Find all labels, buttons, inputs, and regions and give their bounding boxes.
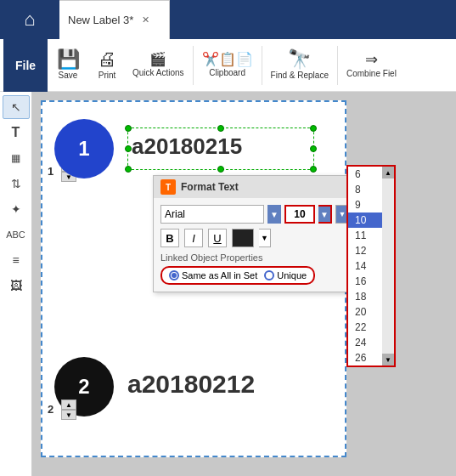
size-option-12[interactable]: 12 <box>348 243 382 258</box>
save-button[interactable]: 💾 Save <box>49 41 87 90</box>
select-tool[interactable]: ↖ <box>3 95 30 119</box>
file-button[interactable]: File <box>3 39 48 92</box>
text-tool[interactable]: T <box>3 121 30 144</box>
obj1-number-label: 1 <box>48 165 53 178</box>
handle-top-mid[interactable] <box>217 125 224 132</box>
radio-group: Same as All in Set Unique <box>160 266 315 285</box>
label-canvas[interactable]: 1 1 ▲ ▼ a20180215 <box>41 100 346 457</box>
barlines-icon: ≡ <box>12 253 19 267</box>
size-option-26[interactable]: 26 <box>348 350 382 366</box>
main-area: ↖ T ▦ ⇅ ✦ ABC ≡ 🖼 1 <box>0 92 456 476</box>
underline-button[interactable]: U <box>208 229 227 247</box>
font-select[interactable]: Arial <box>160 205 264 224</box>
save-icon: 💾 <box>57 50 80 69</box>
size-option-18[interactable]: 18 <box>348 289 382 304</box>
size-option-6[interactable]: 6 <box>348 167 382 182</box>
tab-label: New Label 3* <box>68 14 133 26</box>
object1-circle[interactable]: 1 <box>54 119 114 178</box>
clipboard-icon: ✂️📋📄 <box>202 53 253 66</box>
barcode-tool[interactable]: ▦ <box>3 146 30 170</box>
scroll-up-arrow[interactable]: ▲ <box>382 167 394 178</box>
object2-label: 2 <box>78 375 89 399</box>
color-dropdown[interactable]: ▼ <box>259 229 271 247</box>
select-icon: ↖ <box>11 100 21 114</box>
radio-unique[interactable]: Unique <box>264 270 307 280</box>
abc-tool[interactable]: ABC <box>3 223 30 246</box>
format-panel-title: Format Text <box>181 181 239 193</box>
tools-panel: ↖ T ▦ ⇅ ✦ ABC ≡ 🖼 <box>0 92 32 476</box>
font-dropdown-arrow[interactable]: ▼ <box>267 205 281 224</box>
size-option-8[interactable]: 8 <box>348 182 382 197</box>
cursor-tool[interactable]: ✦ <box>3 197 30 221</box>
radio-same-dot[interactable] <box>169 270 179 280</box>
combine-icon: ⇒ <box>365 52 378 67</box>
size-option-22[interactable]: 22 <box>348 320 382 335</box>
image-tool[interactable]: 🖼 <box>3 274 30 298</box>
abc-icon: ABC <box>6 230 25 240</box>
radio-unique-dot[interactable] <box>264 270 274 280</box>
format-icon: T <box>160 179 176 195</box>
barlines-tool[interactable]: ≡ <box>3 248 30 272</box>
size-option-11[interactable]: 11 <box>348 228 382 243</box>
size-option-10[interactable]: 10 <box>348 212 382 228</box>
combine-button[interactable]: ⇒ Combine Fiel <box>341 41 402 90</box>
size-option-14[interactable]: 14 <box>348 258 382 274</box>
toolbar-separator <box>193 46 194 85</box>
home-button[interactable]: ⌂ <box>0 0 59 39</box>
document-tab[interactable]: New Label 3* ✕ <box>59 0 170 39</box>
italic-button[interactable]: I <box>184 229 203 247</box>
tab-close-button[interactable]: ✕ <box>142 14 149 26</box>
scroll-track[interactable] <box>382 178 394 354</box>
handle-top-right[interactable] <box>310 125 317 132</box>
scroll-down-arrow[interactable]: ▼ <box>382 354 394 366</box>
toolbar: File 💾 Save 🖨 Print 🎬 Quick Actions ✂️📋📄… <box>0 39 456 92</box>
handle-bot-right[interactable] <box>310 166 317 173</box>
font-row: Arial ▼ 10 ▼ ▼ <box>160 205 349 224</box>
canvas-area[interactable]: 1 1 ▲ ▼ a20180215 <box>32 92 456 476</box>
quick-actions-icon: 🎬 <box>149 53 166 66</box>
radio-same[interactable]: Same as All in Set <box>169 270 257 280</box>
style-row: B I U ▼ <box>160 229 349 247</box>
handle-mid-right[interactable] <box>310 145 317 152</box>
text-icon: T <box>12 125 20 140</box>
font-size-dropdown-arrow[interactable]: ▼ <box>318 205 332 224</box>
clipboard-button[interactable]: ✂️📋📄 Clipboard <box>197 41 258 90</box>
barcode-icon: ▦ <box>11 152 20 164</box>
font-size-box[interactable]: 10 <box>284 205 315 224</box>
size-option-9[interactable]: 9 <box>348 197 382 212</box>
size-option-24[interactable]: 24 <box>348 335 382 350</box>
handle-mid-left[interactable] <box>125 145 132 152</box>
updown-icon: ⇅ <box>11 177 21 190</box>
obj2-arrow-controls: ▲ ▼ <box>61 400 76 420</box>
text-content-2: a20180212 <box>127 370 255 399</box>
toolbar-separator3 <box>337 46 338 85</box>
size-option-16[interactable]: 16 <box>348 274 382 289</box>
size-scrollbar: ▲ ▼ <box>382 167 394 366</box>
format-panel-header: T Format Text <box>154 176 356 198</box>
handle-top-left[interactable] <box>125 125 132 132</box>
toolbar-separator2 <box>262 46 262 85</box>
obj2-arrow-up[interactable]: ▲ <box>61 400 76 410</box>
format-text-panel: T Format Text Arial ▼ 10 ▼ ▼ <box>153 175 357 292</box>
up-down-tool[interactable]: ⇅ <box>3 172 30 196</box>
format-panel-body: Arial ▼ 10 ▼ ▼ B <box>154 198 356 292</box>
text-object1[interactable]: a20180215 <box>127 128 314 170</box>
home-icon: ⌂ <box>24 8 35 31</box>
handle-bot-mid[interactable] <box>217 166 224 173</box>
size-option-20[interactable]: 20 <box>348 304 382 320</box>
print-button[interactable]: 🖨 Print <box>88 41 126 90</box>
obj2-number-label: 2 <box>48 403 53 416</box>
handle-bot-left[interactable] <box>125 166 132 173</box>
find-replace-icon: 🔭 <box>288 50 311 69</box>
find-replace-button[interactable]: 🔭 Find & Replace <box>266 41 334 90</box>
bold-button[interactable]: B <box>160 229 179 247</box>
obj2-arrow-down[interactable]: ▼ <box>61 410 76 420</box>
linked-object-label: Linked Object Properties <box>160 252 349 263</box>
cursor-icon: ✦ <box>11 202 21 216</box>
quick-actions-button[interactable]: 🎬 Quick Actions <box>127 41 189 90</box>
object1-label: 1 <box>78 137 89 161</box>
color-picker[interactable] <box>232 229 254 247</box>
image-icon: 🖼 <box>10 279 22 292</box>
text-content-1: a20180215 <box>132 133 242 160</box>
size-dropdown-list: 6 8 9 10 11 12 14 16 18 20 22 24 26 ▲ ▼ <box>346 165 396 367</box>
